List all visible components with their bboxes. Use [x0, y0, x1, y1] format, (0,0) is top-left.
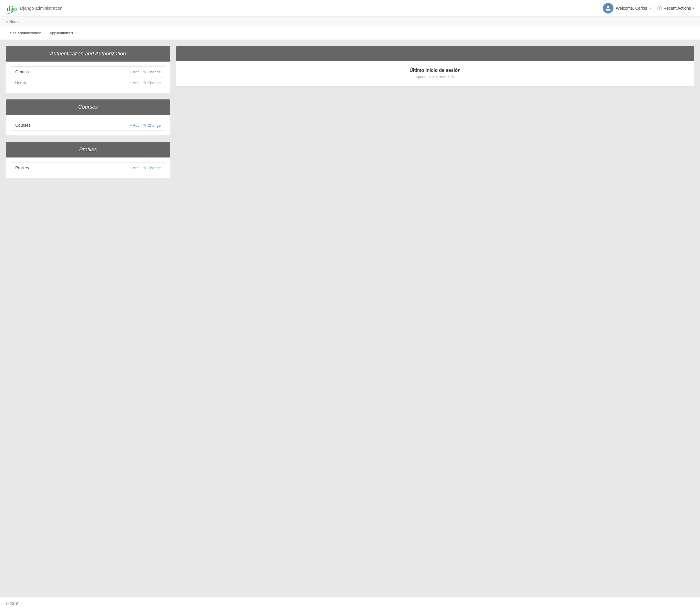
courses-model-table: Courses + Add ✎ Change — [11, 120, 165, 131]
profiles-change-link[interactable]: ✎ Change — [143, 166, 161, 170]
navbar: dj an go Django administration Welcome, … — [0, 0, 700, 16]
svg-text:go: go — [6, 11, 10, 14]
subnav: Site administration Applications ▾ — [0, 27, 700, 40]
groups-add-link[interactable]: + Add — [130, 70, 140, 74]
right-column: Último inicio de sesión April 2, 2018, 3… — [176, 46, 694, 86]
courses-change-link[interactable]: ✎ Change — [143, 123, 161, 128]
user-dropdown-arrow: ▾ — [650, 6, 651, 10]
app-card-profiles: Profiles Profiles + Add — [6, 142, 170, 178]
django-logo: dj an go — [6, 2, 18, 14]
app-card-auth-header: Authentication and Authorization — [6, 46, 170, 62]
model-users-name: Users — [15, 80, 130, 85]
courses-add-link[interactable]: + Add — [130, 123, 140, 128]
users-add-link[interactable]: + Add — [130, 81, 140, 85]
app-card-profiles-header: Profiles — [6, 142, 170, 158]
applications-dropdown-arrow: ▾ — [71, 31, 73, 35]
navbar-title: Django administration — [20, 5, 63, 11]
applications-tab[interactable]: Applications ▾ — [46, 27, 77, 39]
auth-model-table: Groups + Add ✎ Change — [11, 66, 165, 88]
app-card-courses-header: Courses — [6, 99, 170, 115]
recent-actions-label: Recent Actions — [664, 6, 691, 11]
users-change-link[interactable]: ✎ Change — [143, 81, 161, 85]
app-card-courses: Courses Courses + Add — [6, 99, 170, 136]
clock-icon: 🕐 — [657, 6, 662, 11]
app-card-profiles-title: Profiles — [12, 147, 164, 153]
page-body: ⌂ Home Site administration Applications … — [0, 16, 700, 597]
table-row: Groups + Add ✎ Change — [11, 67, 165, 77]
profiles-add-link[interactable]: + Add — [130, 166, 140, 170]
user-menu[interactable]: Welcome, Carlos ▾ — [603, 3, 651, 14]
last-login-card-header — [176, 46, 694, 61]
table-row: Courses + Add ✎ Change — [11, 120, 165, 130]
app-card-auth-title: Authentication and Authorization — [12, 51, 164, 57]
home-icon: ⌂ — [6, 19, 8, 24]
last-login-date: April 2, 2018, 3:05 a.m. — [184, 75, 687, 79]
groups-actions: + Add ✎ Change — [130, 70, 161, 74]
home-breadcrumb[interactable]: ⌂ Home — [6, 19, 694, 24]
model-profiles-name: Profiles — [15, 165, 130, 170]
courses-actions: + Add ✎ Change — [130, 123, 161, 128]
profiles-model-table: Profiles + Add ✎ Change — [11, 162, 165, 173]
site-admin-tab[interactable]: Site administration — [6, 27, 46, 39]
app-card-profiles-body: Profiles + Add ✎ Change — [6, 158, 170, 178]
svg-text:an: an — [11, 4, 18, 13]
recent-actions-dropdown-arrow: ▾ — [693, 6, 694, 10]
profiles-actions: + Add ✎ Change — [130, 166, 161, 170]
last-login-card: Último inicio de sesión April 2, 2018, 3… — [176, 46, 694, 86]
home-label: Home — [10, 19, 20, 24]
footer: © 2018 — [0, 597, 700, 610]
copyright-text: © 2018 — [6, 601, 18, 606]
app-card-auth-body: Groups + Add ✎ Change — [6, 62, 170, 93]
last-login-title: Último inicio de sesión — [184, 68, 687, 73]
app-card-auth: Authentication and Authorization Groups … — [6, 46, 170, 93]
model-courses-name: Courses — [15, 123, 130, 128]
app-card-courses-title: Courses — [12, 104, 164, 110]
app-card-courses-body: Courses + Add ✎ Change — [6, 115, 170, 135]
model-groups-name: Groups — [15, 69, 130, 74]
recent-actions-menu[interactable]: 🕐 Recent Actions ▾ — [657, 6, 694, 11]
left-column: Authentication and Authorization Groups … — [6, 46, 170, 178]
groups-change-link[interactable]: ✎ Change — [143, 70, 161, 74]
page-wrapper: dj an go Django administration Welcome, … — [0, 0, 700, 610]
navbar-right: Welcome, Carlos ▾ 🕐 Recent Actions ▾ — [603, 3, 694, 14]
users-actions: + Add ✎ Change — [130, 81, 161, 85]
last-login-card-body: Último inicio de sesión April 2, 2018, 3… — [176, 61, 694, 86]
table-row: Profiles + Add ✎ Change — [11, 162, 165, 173]
table-row: Users + Add ✎ Change — [11, 77, 165, 88]
welcome-text: Welcome, Carlos — [616, 6, 647, 11]
breadcrumb-bar: ⌂ Home — [0, 16, 700, 27]
user-avatar — [603, 3, 614, 14]
brand-link[interactable]: dj an go Django administration — [6, 2, 63, 14]
content-wrapper: Authentication and Authorization Groups … — [0, 40, 700, 184]
